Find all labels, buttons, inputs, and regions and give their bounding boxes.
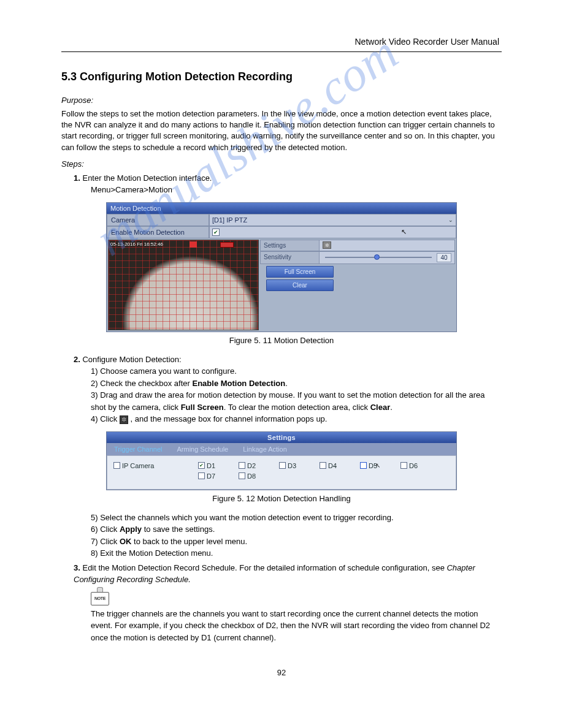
steps-label: Steps: <box>61 159 502 169</box>
cursor-icon: ↖ <box>401 228 407 236</box>
channel-d2[interactable]: D2 <box>239 462 274 469</box>
camera-label: Camera <box>107 214 209 226</box>
settings-panel-title: Settings <box>107 432 456 443</box>
purpose-text: Follow the steps to set the motion detec… <box>61 108 502 153</box>
settings-row-field[interactable]: ✲ <box>320 240 454 251</box>
slider-thumb[interactable] <box>374 254 380 260</box>
sensitivity-label: Sensitivity <box>261 252 320 264</box>
gear-icon: ✲ <box>120 415 128 424</box>
step-2-1: 1) Choose camera you want to configure. <box>91 365 502 377</box>
step-3: 3. Edit the Motion Detection Record Sche… <box>74 562 502 586</box>
enable-motion-field[interactable]: ✔ ↖ <box>209 226 456 238</box>
step-2-2: 2) Check the checkbox after Enable Motio… <box>91 377 502 390</box>
figure-1-caption: Figure 5. 11 Motion Detection <box>61 336 502 345</box>
channel-d3[interactable]: D3 <box>279 462 315 469</box>
figure-2-caption: Figure 5. 12 Motion Detection Handling <box>61 494 502 503</box>
step-2-5: 5) Select the channels which you want th… <box>91 512 502 524</box>
motion-detection-panel: Motion Detection Camera [D1] IP PTZ ⌄ En… <box>106 202 457 332</box>
step-2-8: 8) Exit the Motion Detection menu. <box>91 547 502 559</box>
channel-d6[interactable]: D6 <box>400 462 436 469</box>
note-icon: NOTE <box>91 590 109 605</box>
step-2-4: 4) Click ✲ , and the message box for cha… <box>91 413 502 425</box>
step-1-text: Enter the Motion Detection interface. <box>82 173 212 183</box>
channel-d7[interactable]: D7 <box>198 472 234 480</box>
manual-page: Network Video Recorder User Manual 5.3 C… <box>0 0 563 726</box>
settings-row-label: Settings <box>261 240 320 251</box>
step-2: 2. Configure Motion Detection: <box>74 354 502 366</box>
purpose-label: Purpose: <box>61 96 502 105</box>
tab-arming-schedule[interactable]: Arming Schedule <box>169 443 236 455</box>
settings-body: IP Camera D1 D2 D3 D4 D5↖ D6 D7 D8 <box>107 455 456 490</box>
clear-button[interactable]: Clear <box>266 279 334 291</box>
step-1-num: 1. <box>74 173 80 183</box>
ipcamera-row: IP Camera D1 D2 D3 D4 D5↖ D6 <box>113 462 450 469</box>
step-2-num: 2. <box>74 355 80 364</box>
step-2-3: 3) Drag and draw the area for motion det… <box>91 389 502 413</box>
step-1: 1. Enter the Motion Detection interface. <box>74 172 502 184</box>
cursor-icon: ↖ <box>375 462 380 469</box>
settings-tabs: Trigger Channel Arming Schedule Linkage … <box>107 443 456 455</box>
rec-badge-icon <box>220 242 234 248</box>
settings-panel: Settings Trigger Channel Arming Schedule… <box>106 431 457 490</box>
ipcamera-checkbox[interactable]: IP Camera <box>113 462 193 469</box>
doc-title: Network Video Recorder User Manual <box>61 37 502 47</box>
sensitivity-field[interactable]: 40 <box>320 252 454 264</box>
motion-right-column: Settings ✲ Sensitivity 40 Full Scre <box>260 240 455 330</box>
section-title: 5.3 Configuring Motion Detection Recordi… <box>61 70 502 83</box>
sensitivity-value: 40 <box>437 253 451 262</box>
motion-hotcell <box>190 241 197 248</box>
channel-d8[interactable]: D8 <box>239 472 274 480</box>
ipcamera-row-2: D7 D8 <box>113 472 450 480</box>
preview-timestamp: 05-13-2016 Fri 16:52:46 <box>110 241 163 247</box>
gear-icon[interactable]: ✲ <box>323 241 331 249</box>
page-number: 92 <box>61 668 502 677</box>
step-3-num: 3. <box>74 563 80 572</box>
step-1-path: Menu>Camera>Motion <box>91 184 502 196</box>
step-2-6: 6) Click Apply to save the settings. <box>91 523 502 536</box>
step-2-4a: 4) Click <box>91 414 117 423</box>
channel-d4[interactable]: D4 <box>320 462 355 469</box>
tab-trigger-channel[interactable]: Trigger Channel <box>107 443 169 455</box>
motion-grid-overlay <box>109 240 258 330</box>
channel-d5[interactable]: D5↖ <box>360 462 396 469</box>
enable-motion-checkbox[interactable]: ✔ <box>212 229 220 236</box>
step-2-7: 7) Click OK to back to the upper level m… <box>91 536 502 548</box>
channel-d1[interactable]: D1 <box>198 462 234 469</box>
tab-linkage-action[interactable]: Linkage Action <box>236 443 294 455</box>
full-screen-button[interactable]: Full Screen <box>266 266 334 278</box>
chevron-down-icon: ⌄ <box>448 217 453 223</box>
note-body: The trigger channels are the channels yo… <box>91 608 502 644</box>
header-rule <box>61 51 502 52</box>
step-2-text: Configure Motion Detection: <box>82 355 181 364</box>
enable-motion-label: Enable Motion Detection <box>107 226 209 238</box>
camera-value: [D1] IP PTZ <box>212 216 247 224</box>
motion-preview[interactable]: 05-13-2016 Fri 16:52:46 <box>108 240 259 330</box>
note-row: NOTE <box>91 590 502 605</box>
sensitivity-slider[interactable] <box>325 257 432 258</box>
camera-dropdown[interactable]: [D1] IP PTZ ⌄ <box>209 214 456 226</box>
motion-panel-title: Motion Detection <box>107 203 456 214</box>
